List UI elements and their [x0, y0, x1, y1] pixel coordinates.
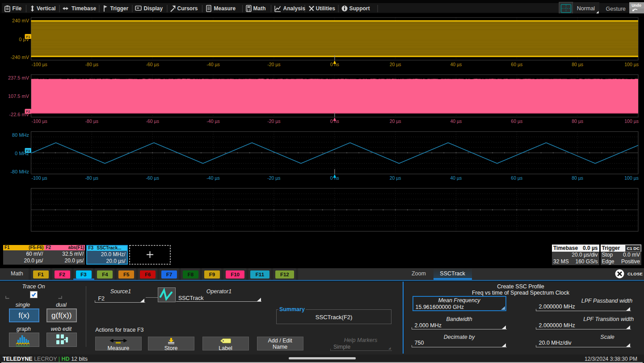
- svg-text:40 µs: 40 µs: [450, 62, 462, 67]
- svg-text:-20 µs: -20 µs: [267, 118, 280, 124]
- svg-text:-20 µs: -20 µs: [267, 62, 280, 67]
- svg-text:-100 µs: -100 µs: [32, 62, 47, 67]
- svg-text:F1: F1: [26, 35, 30, 39]
- svg-text:80 µs: 80 µs: [572, 175, 583, 181]
- svg-text:240 mV: 240 mV: [12, 18, 29, 23]
- svg-text:60 µs: 60 µs: [511, 118, 522, 124]
- svg-text:-240 mV: -240 mV: [10, 55, 29, 60]
- svg-text:40 µs: 40 µs: [450, 175, 462, 181]
- svg-text:40 µs: 40 µs: [450, 118, 462, 124]
- svg-text:20 µs: 20 µs: [390, 62, 401, 67]
- svg-text:107.5 mV: 107.5 mV: [8, 93, 29, 99]
- svg-text:60 µs: 60 µs: [511, 175, 522, 181]
- svg-text:-80 µs: -80 µs: [85, 62, 98, 67]
- svg-text:-40 µs: -40 µs: [206, 62, 219, 67]
- svg-text:F3: F3: [26, 149, 30, 153]
- svg-text:-60 µs: -60 µs: [146, 62, 159, 67]
- svg-text:-60 µs: -60 µs: [146, 118, 159, 124]
- svg-text:-80 µs: -80 µs: [85, 175, 98, 181]
- svg-text:-80 MHz: -80 MHz: [10, 169, 29, 174]
- svg-text:100 µs: 100 µs: [624, 62, 639, 67]
- svg-text:20 µs: 20 µs: [390, 118, 401, 124]
- svg-text:100 µs: 100 µs: [624, 175, 639, 181]
- svg-text:-20 µs: -20 µs: [267, 175, 280, 181]
- svg-text:80 µs: 80 µs: [572, 62, 583, 67]
- svg-text:-60 µs: -60 µs: [146, 175, 159, 181]
- svg-text:80 MHz: 80 MHz: [12, 132, 29, 138]
- svg-text:80 µs: 80 µs: [572, 118, 583, 124]
- svg-text:F2: F2: [26, 110, 30, 114]
- svg-text:-40 µs: -40 µs: [206, 118, 219, 124]
- svg-text:-40 µs: -40 µs: [206, 175, 219, 181]
- svg-text:237.5 mV: 237.5 mV: [8, 75, 29, 80]
- svg-text:100 µs: 100 µs: [624, 118, 639, 124]
- svg-text:-100 µs: -100 µs: [32, 118, 47, 124]
- svg-text:-100 µs: -100 µs: [32, 175, 47, 181]
- svg-text:20 µs: 20 µs: [390, 175, 401, 181]
- svg-text:-80 µs: -80 µs: [85, 118, 98, 124]
- svg-text:60 µs: 60 µs: [511, 62, 522, 67]
